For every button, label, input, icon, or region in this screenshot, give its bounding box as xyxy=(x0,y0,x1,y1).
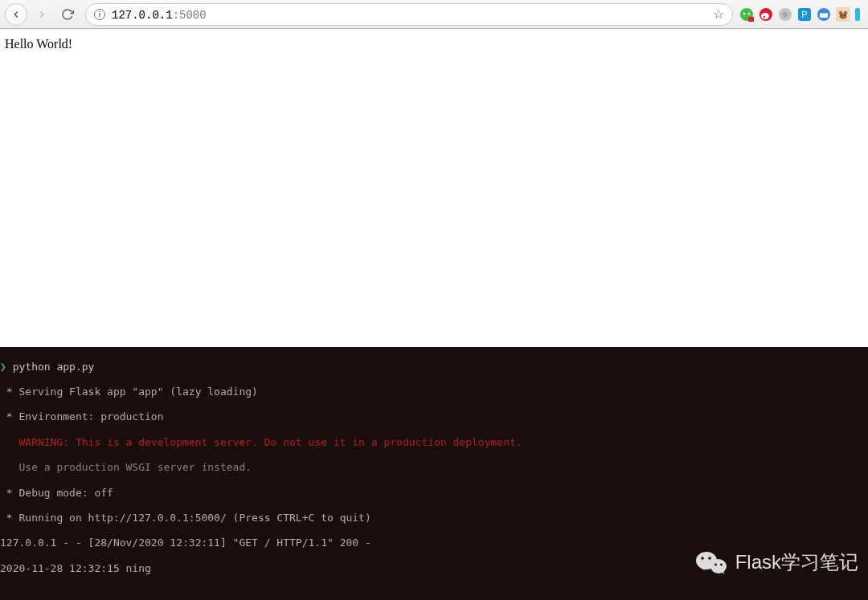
svg-point-18 xyxy=(841,14,842,16)
wechat-icon xyxy=(695,549,727,576)
page-text: Hello World! xyxy=(5,37,72,51)
prompt-icon: ❯ xyxy=(0,361,6,373)
terminal-line: Use a production WSGI server instead. xyxy=(0,461,868,474)
svg-rect-13 xyxy=(820,11,828,14)
svg-point-22 xyxy=(701,557,704,560)
site-info-icon[interactable]: i xyxy=(94,9,105,20)
extension-icon-window[interactable] xyxy=(817,7,831,22)
extension-icon-weibo[interactable] xyxy=(759,7,773,22)
url-text: 127.0.0.1:5000 xyxy=(112,7,207,22)
extension-icon-green[interactable] xyxy=(739,7,754,22)
svg-point-17 xyxy=(840,13,847,18)
svg-text:P: P xyxy=(801,10,807,19)
bookmark-star-icon[interactable]: ☆ xyxy=(713,6,724,22)
watermark: Flask学习笔记 xyxy=(695,549,858,576)
back-button[interactable] xyxy=(5,3,27,26)
svg-point-5 xyxy=(761,13,769,19)
svg-point-6 xyxy=(764,15,765,17)
terminal[interactable]: ❯ python app.py * Serving Flask app "app… xyxy=(0,347,868,600)
svg-point-19 xyxy=(844,14,845,16)
terminal-line: * Debug mode: off xyxy=(0,487,868,500)
extension-icon-grey[interactable] xyxy=(778,7,792,22)
terminal-line: 127.0.0.1 - - [28/Nov/2020 12:32:11] "GE… xyxy=(0,537,868,549)
watermark-text: Flask学习笔记 xyxy=(735,556,858,569)
svg-point-2 xyxy=(748,12,751,14)
svg-point-25 xyxy=(714,564,717,566)
terminal-line: * Running on http://127.0.0.1:5000/ (Pre… xyxy=(0,512,868,524)
terminal-warning-line: WARNING: This is a development server. D… xyxy=(0,436,868,449)
browser-toolbar: i 127.0.0.1:5000 ☆ P xyxy=(0,0,868,29)
svg-rect-20 xyxy=(855,8,860,21)
svg-rect-3 xyxy=(748,17,754,22)
svg-point-24 xyxy=(710,559,727,573)
svg-point-26 xyxy=(720,564,723,566)
terminal-line: * Environment: production xyxy=(0,410,868,423)
address-bar[interactable]: i 127.0.0.1:5000 ☆ xyxy=(85,3,733,26)
svg-point-23 xyxy=(708,557,711,560)
reload-button[interactable] xyxy=(56,3,79,26)
extension-icon-blue[interactable]: P xyxy=(797,7,812,22)
extension-icons: P xyxy=(739,7,863,22)
terminal-line: ❯ python app.py xyxy=(0,361,868,373)
terminal-command: python app.py xyxy=(13,361,95,373)
forward-button[interactable] xyxy=(31,3,53,26)
svg-point-1 xyxy=(743,12,746,14)
page-body: Hello World! xyxy=(0,29,868,59)
extension-icon-edge[interactable] xyxy=(855,7,860,22)
terminal-line: * Serving Flask app "app" (lazy loading) xyxy=(0,386,868,398)
svg-point-8 xyxy=(783,11,788,17)
extension-icon-monkey[interactable] xyxy=(836,7,850,22)
